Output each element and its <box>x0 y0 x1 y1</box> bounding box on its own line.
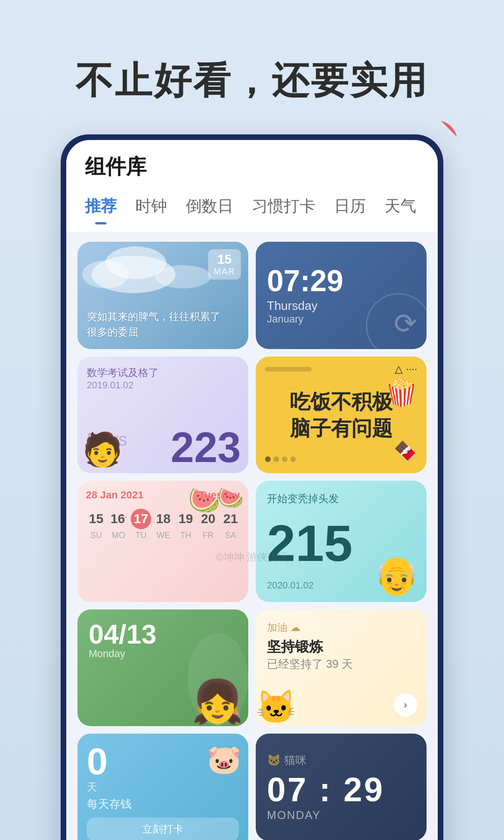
exercise-title: 坚持锻炼 <box>267 637 415 657</box>
phone-frame: 组件库 推荐 时钟 倒数日 习惯打卡 日历 天气 <box>61 134 443 840</box>
widget-hair-countdown[interactable]: 开始变秃掉头发 215 2020.01.02 👴 <box>256 481 427 602</box>
cal-cell-16: 16 MO <box>108 509 129 540</box>
dot-4 <box>290 456 296 462</box>
widget-library-header: 组件库 <box>66 140 438 190</box>
hair-character: 👴 <box>373 553 420 597</box>
tab-bar: 推荐 时钟 倒数日 习惯打卡 日历 天气 <box>66 190 438 232</box>
tab-habit[interactable]: 习惯打卡 <box>243 190 325 223</box>
cal-label-mo: MO <box>112 531 126 540</box>
clock-dark-time: 07 : 29 <box>267 770 415 809</box>
clock-dark-day: MONDAY <box>267 809 415 822</box>
cloud-quote-text: 突如其来的脾气，往往积累了很多的委屈 <box>87 309 239 340</box>
widget-countdown-math[interactable]: 数学考试及格了 2019.01.02 Days 🧑 223 <box>77 357 248 473</box>
savings-checkin-button[interactable]: 立刻打卡 <box>87 818 239 840</box>
dot-2 <box>273 456 279 462</box>
hair-label: 开始变秃掉头发 <box>267 492 415 506</box>
habit-progress-bar <box>265 367 312 371</box>
cal-cell-18: 18 WE <box>153 509 174 540</box>
tab-calendar[interactable]: 日历 <box>325 190 375 223</box>
countdown-count: 223 <box>171 427 241 469</box>
tab-weather[interactable]: 天气 <box>375 190 426 223</box>
dot-1 <box>265 456 271 462</box>
widget-exercise[interactable]: 加油 ☁ 坚持锻炼 已经坚持了 39 天 › 🐱 <box>256 609 427 726</box>
exercise-arrow-button[interactable]: › <box>394 693 417 717</box>
cloud-date-month: MAR <box>214 267 235 277</box>
widget-savings[interactable]: 🐷 0 天 每天存钱 立刻打卡 <box>77 734 248 840</box>
cal-cell-17: 17 TU <box>131 509 151 540</box>
widget-grid: 15 MAR 突如其来的脾气，往往积累了很多的委屈 ⟳ 07:29 Thursd… <box>66 232 438 840</box>
exercise-subtitle: 已经坚持了 39 天 <box>267 657 415 672</box>
cloud-date-day: 15 <box>214 252 235 267</box>
widget-calendar[interactable]: 🍉 🍉 28 Jan 2021 Tuesday 15 SU 16 MO <box>77 481 248 602</box>
countdown-label: 数学考试及格了 <box>87 366 239 380</box>
habit-top-bar: △ ···· <box>265 363 417 375</box>
cal-num-17-today: 17 <box>131 509 151 529</box>
cal-label-sa: SA <box>225 531 236 540</box>
cal-cell-21: 21 SA <box>220 509 241 540</box>
piggy-decoration: 🐷 <box>207 743 242 776</box>
clock-month: January <box>267 313 303 325</box>
widget-library-title: 组件库 <box>85 153 419 190</box>
cal-label-we: WE <box>157 531 170 540</box>
savings-days: 天 <box>87 780 239 794</box>
clock-dark-character: 🐱 猫咪 <box>267 753 415 768</box>
cal-label-fr: FR <box>203 531 214 540</box>
cal-cell-15: 15 SU <box>86 509 106 540</box>
cal-label-th: TH <box>180 531 191 540</box>
clock-day: Thursday <box>267 299 317 313</box>
phone-inner: 组件库 推荐 时钟 倒数日 习惯打卡 日历 天气 <box>66 140 438 840</box>
widget-habit-yellow[interactable]: △ ···· 🍿 吃饭不积极 脑子有问题 🍫 <box>256 357 427 473</box>
cal-date: 28 Jan 2021 <box>86 489 144 501</box>
cal-num-15: 15 <box>86 509 106 529</box>
tab-clock[interactable]: 时钟 <box>126 190 176 223</box>
cal-num-21: 21 <box>220 509 241 529</box>
countdown-date: 2019.01.02 <box>87 380 239 391</box>
tab-countdown[interactable]: 倒数日 <box>176 190 243 223</box>
widget-date-green[interactable]: 04/13 Monday 🌷🌷 👧 <box>77 609 248 726</box>
habit-dots <box>265 456 296 462</box>
headline-text: 不止好看，还要实用 <box>0 56 504 106</box>
dot-3 <box>282 456 287 462</box>
savings-label: 每天存钱 <box>87 797 239 812</box>
widget-clock-blue[interactable]: ⟳ 07:29 Thursday January <box>256 242 427 349</box>
cal-num-18: 18 <box>153 509 174 529</box>
tab-recommend[interactable]: 推荐 <box>76 190 126 223</box>
cal-num-16: 16 <box>108 509 129 529</box>
cal-label-tu: TU <box>135 531 147 540</box>
exercise-slogan: 加油 ☁ <box>267 621 415 635</box>
cat-decoration: 🐱 <box>256 688 296 726</box>
headline-section: 不止好看，还要实用 <box>0 0 504 134</box>
clock-time: 07:29 <box>267 266 343 296</box>
habit-text: 吃饭不积极 脑子有问题 <box>290 388 392 441</box>
cal-label-su: SU <box>90 531 102 540</box>
widget-clock-dark[interactable]: 🐱 猫咪 07 : 29 MONDAY <box>256 734 427 840</box>
widget-cloud-quote[interactable]: 15 MAR 突如其来的脾气，往往积累了很多的委屈 <box>77 242 248 349</box>
cloud-date-badge: 15 MAR <box>208 249 241 280</box>
page-background: 不止好看，还要实用 组件库 推荐 时钟 倒数日 习惯打卡 日历 天气 <box>0 0 504 840</box>
